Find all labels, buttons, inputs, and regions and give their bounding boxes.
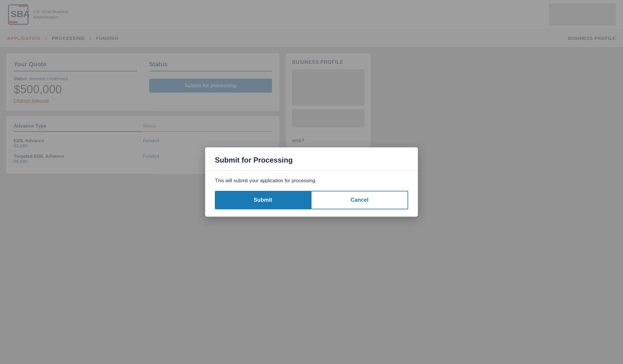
modal-cancel-button[interactable]: Cancel [311, 191, 408, 209]
modal-body: This will submit your application for pr… [205, 171, 418, 217]
modal-actions: Submit Cancel [215, 191, 408, 209]
modal-overlay: Submit for Processing This will submit y… [0, 0, 623, 364]
modal-submit-button[interactable]: Submit [215, 191, 311, 209]
submit-processing-modal: Submit for Processing This will submit y… [205, 147, 418, 217]
modal-description: This will submit your application for pr… [215, 178, 408, 184]
modal-header: Submit for Processing [205, 147, 418, 171]
modal-title: Submit for Processing [215, 156, 408, 164]
